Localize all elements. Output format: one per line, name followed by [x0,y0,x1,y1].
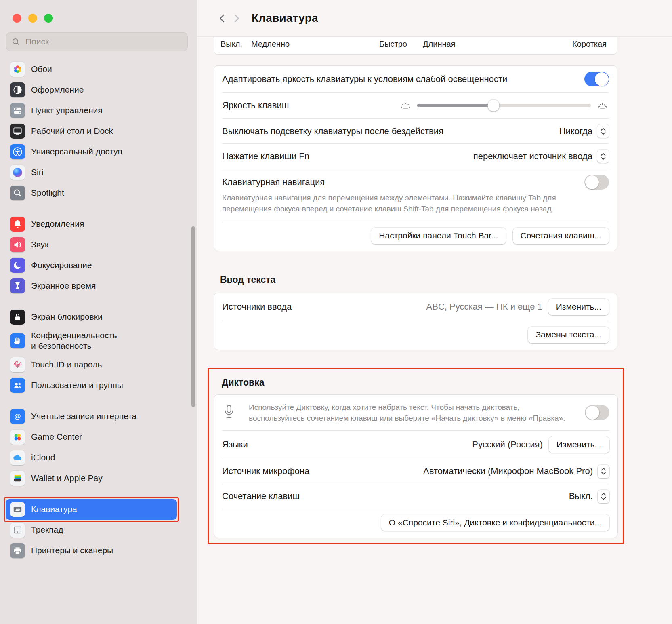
sidebar-item-focus[interactable]: Фокусирование [6,255,177,276]
search-icon [11,37,21,46]
sidebar-nav: ОбоиОформлениеПункт управленияРабочий ст… [0,51,197,561]
keyboard-navigation-row: Клавиатурная навигация Клавиатурная нави… [214,169,617,222]
minimize-window-button[interactable] [28,14,37,23]
sidebar-item-touch-id[interactable]: Touch ID и пароль [6,354,177,375]
game-center-icon [10,430,25,445]
sidebar-item-label: Экранное время [31,280,96,291]
sidebar-group: Экран блокировкиКонфиденциальность и без… [6,307,177,396]
sidebar-item-label: Оформление [31,84,84,95]
sidebar-item-trackpad[interactable]: Трекпад [6,520,177,540]
sidebar-scrollbar[interactable] [191,226,195,407]
printers-icon [10,543,25,558]
sidebar-item-lock-screen[interactable]: Экран блокировки [6,307,177,327]
repeat-tick-fast: Быстро [379,40,407,49]
key-brightness-fill [417,104,494,107]
adaptive-brightness-label: Адаптировать яркость клавиатуры к услови… [222,74,507,84]
sidebar-item-label: Универсальный доступ [31,146,122,157]
fn-key-label: Нажатие клавиши Fn [222,151,309,162]
sidebar-item-game-center[interactable]: Game Center [6,427,177,447]
back-button[interactable] [215,11,229,25]
chevron-up-down-icon [598,465,609,478]
spotlight-icon [10,186,25,200]
sidebar-item-wallpaper[interactable]: Обои [6,59,177,80]
sidebar-item-label: Учетные записи интернета [31,411,136,422]
sidebar-item-sound[interactable]: Звук [6,234,177,255]
main-panel: Клавиатура Выкл. Медленно Быстро Длинная… [197,0,672,624]
sidebar-item-desktop-dock[interactable]: Рабочий стол и Dock [6,121,177,141]
sidebar-item-users[interactable]: Пользователи и группы [6,375,177,396]
dictation-languages-value: Русский (Россия) [472,439,543,450]
sidebar-item-printers[interactable]: Принтеры и сканеры [6,540,177,561]
chevron-up-down-icon [598,490,609,503]
search-input[interactable] [25,36,183,47]
sidebar-item-internet-accounts[interactable]: @Учетные записи интернета [6,406,177,427]
forward-button[interactable] [229,11,244,25]
chevron-up-down-icon [597,124,609,138]
settings-content: Выкл. Медленно Быстро Длинная Короткая А… [214,37,617,544]
keyboard-icon [10,502,25,517]
sidebar-item-label: Принтеры и сканеры [31,545,113,556]
keyboard-shortcuts-button[interactable]: Сочетания клавиш... [513,228,609,244]
fn-key-value: переключает источник ввода [473,151,592,162]
repeat-tick-off: Выкл. [220,40,242,49]
dictation-shortcut-select[interactable]: Выкл. [569,490,609,503]
key-brightness-slider-group [399,98,609,113]
sidebar-item-spotlight[interactable]: Spotlight [6,183,177,203]
accessibility-icon [10,144,25,159]
edit-input-sources-button[interactable]: Изменить... [548,299,609,315]
text-replacements-button[interactable]: Замены текста... [528,327,609,343]
dictation-languages-row: Языки Русский (Россия) Изменить... [214,431,617,459]
adaptive-brightness-toggle[interactable] [584,72,609,86]
dictation-heading: Диктовка [222,377,618,388]
sidebar-item-icloud[interactable]: iCloud [6,447,177,468]
touch-bar-settings-button[interactable]: Настройки панели Touch Bar... [371,228,506,244]
text-replacements-row: Замены текста... [214,321,617,350]
wallpaper-icon [10,62,25,77]
edit-dictation-languages-button[interactable]: Изменить... [549,436,609,453]
key-brightness-slider[interactable] [417,104,591,107]
sidebar-group: ОбоиОформлениеПункт управленияРабочий ст… [6,59,177,203]
sidebar-item-label: Фокусирование [31,260,92,270]
sidebar-item-label: Трекпад [31,525,63,535]
about-siri-dictation-privacy-button[interactable]: О «Спросите Siri», Диктовке и конфиденци… [381,514,609,531]
key-brightness-label: Яркость клавиш [222,100,289,111]
dictation-languages-label: Языки [222,439,248,450]
sidebar-item-accessibility[interactable]: Универсальный доступ [6,141,177,162]
keyboard-navigation-description: Клавиатурная навигация для перемещения м… [222,193,588,215]
sidebar-item-notifications[interactable]: Уведомления [6,214,177,234]
key-brightness-knob[interactable] [488,100,500,112]
sidebar-item-siri[interactable]: Siri [6,162,177,183]
zoom-window-button[interactable] [44,14,53,23]
dictation-description: Используйте Диктовку, когда хотите набра… [249,402,572,424]
sidebar-item-privacy[interactable]: Конфиденциальность и безопасность [6,327,177,354]
repeat-tick-long: Длинная [423,40,455,49]
sidebar-item-label: Звук [31,239,48,250]
close-window-button[interactable] [13,14,21,23]
dictation-shortcut-row: Сочетание клавиш Выкл. [214,484,617,509]
microphone-icon [222,404,236,421]
sidebar-item-keyboard[interactable]: Клавиатура [6,499,177,520]
microphone-source-row: Источник микрофона Автоматически (Микроф… [214,459,617,484]
chevron-up-down-icon [597,150,609,163]
sidebar-item-label: Siri [31,167,43,177]
sidebar-item-label: Spotlight [31,188,64,198]
dictation-toggle[interactable] [585,405,609,420]
microphone-source-select[interactable]: Автоматически (Микрофон MacBook Pro) [423,465,609,478]
sidebar-search[interactable] [6,32,188,51]
sidebar-item-label: Клавиатура [31,504,77,514]
sidebar-item-label: Конфиденциальность и безопасность [31,330,117,352]
backlight-timeout-select[interactable]: Никогда [559,124,609,138]
input-sources-label: Источники ввода [222,301,292,312]
keyboard-navigation-toggle[interactable] [584,175,609,190]
desktop-dock-icon [10,124,25,139]
sidebar-item-wallet[interactable]: Wallet и Apple Pay [6,468,177,489]
sidebar-item-screen-time[interactable]: Экранное время [6,276,177,296]
repeat-tick-slow: Медленно [251,40,290,49]
fn-key-select[interactable]: переключает источник ввода [473,150,609,163]
sidebar-item-appearance[interactable]: Оформление [6,80,177,100]
sidebar-item-label: Пункт управления [31,105,103,116]
sidebar-item-control-center[interactable]: Пункт управления [6,100,177,121]
siri-icon [10,165,25,180]
key-brightness-row: Яркость клавиш [214,93,617,118]
content-header: Клавиатура [197,0,672,37]
